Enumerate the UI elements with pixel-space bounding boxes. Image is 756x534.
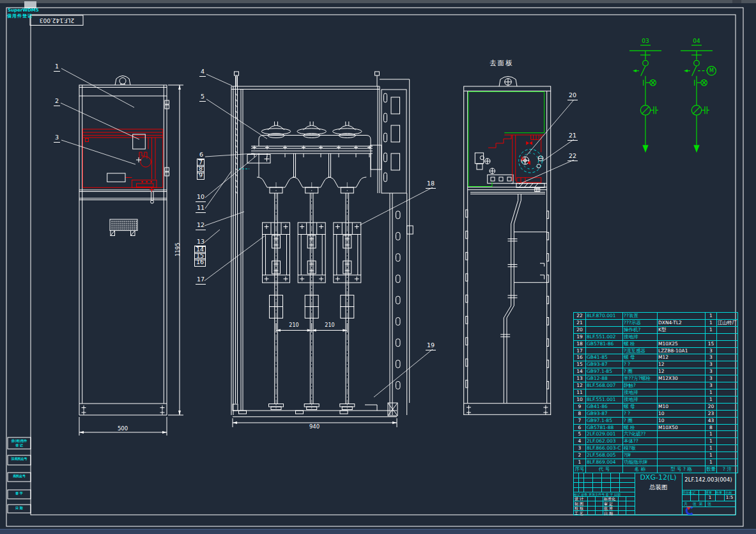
dim-left-width: 500 — [104, 426, 142, 432]
balloon-4: 4 — [199, 68, 206, 77]
side-view-red-mechanism — [488, 135, 544, 182]
feeder1-label: 03 — [636, 38, 654, 44]
sheets-text: 共 张 第 张 — [684, 502, 711, 506]
tb-left-label: 工 艺 — [575, 512, 583, 515]
balloon-12: 12 — [196, 221, 206, 230]
single-line-diagrams — [629, 45, 716, 153]
dim-pitch1: 210 — [276, 323, 312, 328]
balloon-22: 22 — [567, 152, 578, 161]
dim-mid-width: 940 — [295, 424, 334, 430]
balloon-leaders — [61, 68, 574, 397]
bom-row: 20 操作机? K型 1 — [574, 326, 738, 333]
bom-row: 9 GB41-86 螺 母 M10 20 — [574, 403, 738, 410]
balloon-20: 20 — [567, 91, 578, 100]
stage-header: 阶段标记 — [683, 491, 695, 494]
motor-letter: M — [708, 68, 715, 74]
revision-strip: 标记 处数 更改文件号 签 字 日期 — [574, 493, 634, 496]
section-view — [231, 72, 413, 427]
watermark-line2: 借用件登记 — [7, 14, 33, 19]
bom-row: 18 GB5781-86 螺 栓 M10X25 15 — [574, 340, 738, 347]
drawing-number: 2LF.142.003(004) — [681, 477, 736, 483]
balloon-19: 19 — [426, 342, 436, 350]
balloon-9: 9 — [197, 171, 204, 180]
qty-header: 数量 — [716, 491, 722, 494]
tb-left-label: 设 计 — [575, 497, 583, 501]
bom-header-row: 序号代 号名 称型 号 ? 格数量? 注 — [574, 466, 738, 473]
bom-row: 17 ?流互感器 LZZB8-10A1 3 — [574, 347, 738, 354]
bom-row: 1 8LF.869.004 功能指示牌 1 — [574, 459, 738, 466]
bom-row: 22 8LF.870.001 ??装置 1 — [574, 313, 738, 320]
bom-row: 14 GB97.1-85 ? 圈 12 3 — [574, 368, 738, 375]
side-view — [464, 77, 551, 416]
tb-left-label: 校 核 — [575, 507, 583, 510]
balloon-3: 3 — [54, 134, 60, 143]
watermark-line1: SuperWDM5 — [8, 8, 39, 13]
dim-left-height: 1195 — [175, 230, 181, 269]
balloon-11: 11 — [196, 204, 206, 213]
weight-header: 重量 — [706, 491, 712, 494]
right-view-title: 去面板 — [490, 59, 514, 67]
balloon-17: 17 — [196, 276, 206, 285]
margin-field: 签 字 — [8, 491, 31, 496]
bom-row: 12 8LF.568.007 静触? 3 — [574, 382, 738, 389]
bom-row: 2 2LF.568.005 ?牌 1 — [574, 452, 738, 459]
balloon-2: 2 — [54, 97, 60, 106]
top-ref-label: 2LF.142.003 — [33, 17, 81, 23]
drawing-subtitle: 总装图 — [635, 484, 682, 491]
margin-field: 旧底图总号 — [8, 457, 31, 461]
margin-field: 日 期 — [8, 506, 31, 510]
bom-row: 7 GB97.1-85 ? 圈 10 43 — [574, 417, 738, 424]
bom-row: 13 GB12-88 半??方?螺栓 M12X30 3 — [574, 375, 738, 382]
bom-row: 21 ???示器 DXN4-TL2 1 江山特厂 — [574, 319, 738, 326]
tb-mid-label: 批 准 — [604, 507, 613, 510]
balloon-1: 1 — [54, 63, 60, 72]
dim-pitch2: 210 — [312, 323, 348, 328]
scale-header: 比例 — [725, 491, 732, 494]
bom-row: 10 8LF.551.001 接地排 1 — [574, 396, 738, 403]
bom-row: 5 2LF.029.001 六?化硫?? 1 — [574, 431, 738, 438]
bom-row: 4 2LF.062.003 本体?? 1 — [574, 438, 738, 445]
balloon-16: 16 — [194, 258, 206, 267]
bom-row: 8 GB93-87 ? ? 10 23 — [574, 410, 738, 417]
tb-mid-label: 日 期 — [604, 512, 613, 515]
bom-row: 15 GB93-87 ? ? 12 3 — [574, 361, 738, 368]
front-view — [79, 76, 183, 436]
bom-row: 19 8LF.551.002 接地排 — [574, 333, 738, 340]
margin-field: 借(通)用件登 记 — [8, 439, 31, 447]
bom-row: 6 GB5781-88 螺 栓 M10X50 8 — [574, 424, 738, 431]
front-view-red-internals — [83, 129, 163, 192]
tb-left-label: 制 图 — [575, 502, 583, 506]
balloon-10: 10 — [196, 193, 206, 202]
bom-row: 11 接地排 1 — [574, 389, 738, 396]
bom-row: 16 GB41-85 螺 母 M12 3 — [574, 354, 738, 361]
balloon-5: 5 — [199, 93, 206, 102]
brand-logo — [686, 507, 693, 515]
balloon-21: 21 — [567, 132, 578, 141]
tb-mid-label: 审 定 — [604, 502, 613, 506]
cad-canvas: SuperWDM5 借用件登记 2LF.142.003 借(通)用件登 记旧底图… — [0, 0, 756, 534]
drawing-title: DXG-12(L) — [635, 474, 682, 481]
feeder2-label: 04 — [688, 38, 706, 44]
bom-row: 3 8LF.866.003-C 模?板 1 — [574, 445, 738, 452]
margin-field: 底图总号 — [8, 474, 31, 478]
scale-value: 1:5 — [724, 496, 735, 500]
tb-mid-label: 标准化 — [604, 497, 615, 501]
sheet-count: 1 — [705, 496, 715, 500]
balloon-18: 18 — [426, 180, 436, 189]
bom-table: 22 8LF.870.001 ??装置 1 21 ???示器 DXN4-TL2 … — [573, 312, 738, 473]
